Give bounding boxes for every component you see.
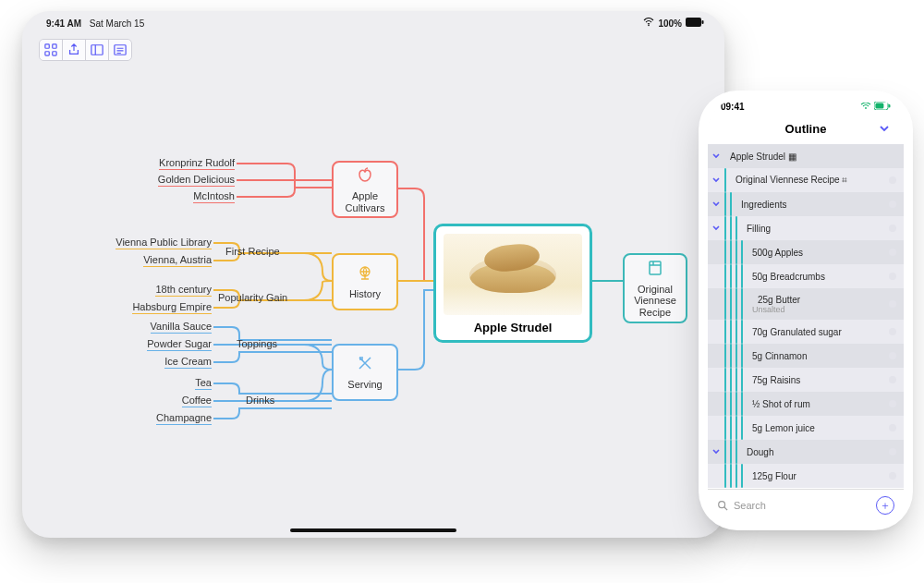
leaf-vanilla[interactable]: Vanilla Sauce (151, 321, 212, 334)
ipad-device-frame: 9:41 AM Sat March 15 100% (22, 11, 724, 538)
outline-row[interactable]: 125g Flour (708, 464, 904, 488)
outline-row-text: 125g Flour (752, 471, 796, 481)
chevron-down-icon[interactable] (708, 200, 724, 209)
outline-row-text: Original Viennese Recipe ⌗ (736, 175, 847, 186)
svg-rect-7 (91, 45, 103, 55)
outline-row-text: Apple Strudel ▦ (730, 152, 796, 162)
row-accessory-dot[interactable] (889, 200, 896, 208)
svg-rect-2 (702, 20, 704, 24)
leaf-18thc[interactable]: 18th century (155, 284, 212, 297)
center-image (444, 234, 582, 315)
outline-row-text: Filling (747, 224, 771, 234)
leaf-vpl[interactable]: Vienna Public Library (116, 237, 212, 249)
ipad-toolbar (39, 39, 132, 61)
mindmap-canvas[interactable]: Kronprinz Rudolf Golden Delicious McInto… (31, 76, 715, 519)
chevron-down-icon[interactable] (708, 152, 724, 161)
chevron-down-icon[interactable] (708, 176, 724, 185)
node-history[interactable]: History (332, 253, 398, 310)
outline-row[interactable]: 5g Lemon juice (708, 416, 904, 440)
row-accessory-dot[interactable] (889, 376, 896, 383)
row-accessory-dot[interactable] (889, 300, 896, 308)
outline-list[interactable]: Apple Strudel ▦Original Viennese Recipe … (708, 144, 904, 488)
iphone-time: 09:41 (721, 102, 745, 112)
wifi-icon (860, 103, 871, 110)
row-accessory-dot[interactable] (889, 328, 896, 335)
svg-rect-13 (875, 103, 883, 108)
svg-rect-1 (686, 18, 701, 27)
leaf-habsburg[interactable]: Habsburg Empire (132, 301, 212, 314)
row-accessory-dot[interactable] (889, 448, 896, 455)
svg-rect-14 (889, 104, 891, 108)
outline-row[interactable]: 70g Granulated sugar (708, 320, 904, 344)
outline-row[interactable]: Ingredients (708, 192, 904, 216)
grid-button[interactable] (40, 40, 63, 60)
outline-row[interactable]: Filling (708, 216, 904, 240)
outline-row-text: ½ Shot of rum (752, 399, 810, 409)
leaf-vienna[interactable]: Vienna, Austria (143, 254, 212, 267)
svg-point-11 (865, 107, 867, 109)
ipad-status-bar: 9:41 AM Sat March 15 100% (22, 11, 724, 35)
battery-icon (686, 18, 704, 29)
leaf-tea[interactable]: Tea (195, 377, 212, 390)
svg-rect-4 (53, 44, 56, 48)
search-icon (717, 500, 728, 511)
row-accessory-dot[interactable] (889, 424, 896, 431)
leaf-powder[interactable]: Powder Sugar (147, 338, 212, 351)
row-accessory-dot[interactable] (889, 273, 896, 280)
outline-button[interactable] (109, 40, 131, 60)
node-apple-cultivars-label: AppleCultivars (346, 190, 385, 213)
outline-row-text: 5g Lemon juice (752, 423, 815, 433)
sublabel-popularity: Popularity Gain (218, 292, 287, 303)
outline-row[interactable]: Original Viennese Recipe ⌗ (708, 168, 904, 192)
outline-collapse-button[interactable] (878, 122, 891, 139)
ipad-home-indicator (290, 528, 456, 532)
node-serving[interactable]: Serving (332, 344, 398, 401)
ipad-date: Sat March 15 (90, 18, 144, 29)
sublabel-first-recipe: First Recipe (225, 246, 280, 257)
leaf-mcintosh[interactable]: McIntosh (193, 190, 235, 203)
row-accessory-dot[interactable] (889, 400, 896, 407)
svg-rect-3 (45, 44, 49, 48)
row-accessory-dot[interactable] (889, 352, 896, 359)
search-bar[interactable]: Search ＋ (708, 489, 904, 521)
outline-row[interactable]: Dough (708, 440, 904, 464)
node-history-label: History (349, 288, 381, 299)
leaf-kronprinz[interactable]: Kronprinz Rudolf (159, 157, 235, 170)
sidebar-button[interactable] (86, 40, 109, 60)
leaf-champagne[interactable]: Champagne (156, 412, 212, 425)
svg-rect-10 (650, 261, 661, 274)
outline-row[interactable]: Apple Strudel ▦ (708, 144, 904, 168)
add-button[interactable]: ＋ (876, 496, 894, 515)
sublabel-drinks: Drinks (246, 395, 274, 406)
outline-row[interactable]: 5g Cinnamon (708, 344, 904, 368)
iphone-status-right (860, 102, 891, 112)
outline-row-text: Ingredients (741, 200, 786, 210)
outline-row[interactable]: 75g Raisins (708, 368, 904, 392)
leaf-coffee[interactable]: Coffee (182, 395, 212, 407)
share-button[interactable] (63, 40, 86, 60)
center-node[interactable]: Apple Strudel (433, 224, 592, 343)
leaf-golden[interactable]: Golden Delicious (158, 174, 235, 187)
leaf-icecream[interactable]: Ice Cream (164, 356, 212, 369)
row-accessory-dot[interactable] (889, 176, 896, 184)
row-accessory-dot[interactable] (889, 225, 896, 232)
sublabel-toppings: Toppings (237, 338, 277, 349)
chevron-down-icon[interactable] (708, 224, 724, 233)
outline-row-text: 50g Breadcrumbs (752, 272, 825, 282)
row-accessory-dot[interactable] (889, 472, 896, 480)
node-apple-cultivars[interactable]: AppleCultivars (332, 161, 398, 218)
node-original-recipe[interactable]: OriginalVienneseRecipe (623, 253, 687, 323)
chevron-down-icon[interactable] (708, 447, 724, 456)
center-title: Apple Strudel (474, 321, 553, 334)
iphone-device-frame: 09:41 Outline Apple Strudel ▦Original Vi… (708, 100, 904, 521)
outline-row[interactable]: 25g ButterUnsalted (708, 288, 904, 320)
outline-row[interactable]: ½ Shot of rum (708, 392, 904, 416)
svg-point-0 (649, 25, 650, 27)
row-accessory-dot[interactable] (889, 249, 896, 256)
outline-row-text: 500g Apples (752, 248, 803, 258)
outline-row[interactable]: 500g Apples (708, 240, 904, 264)
recipe-icon (646, 259, 664, 281)
search-placeholder: Search (734, 500, 766, 511)
outline-row[interactable]: 50g Breadcrumbs (708, 264, 904, 288)
svg-rect-6 (53, 52, 56, 55)
